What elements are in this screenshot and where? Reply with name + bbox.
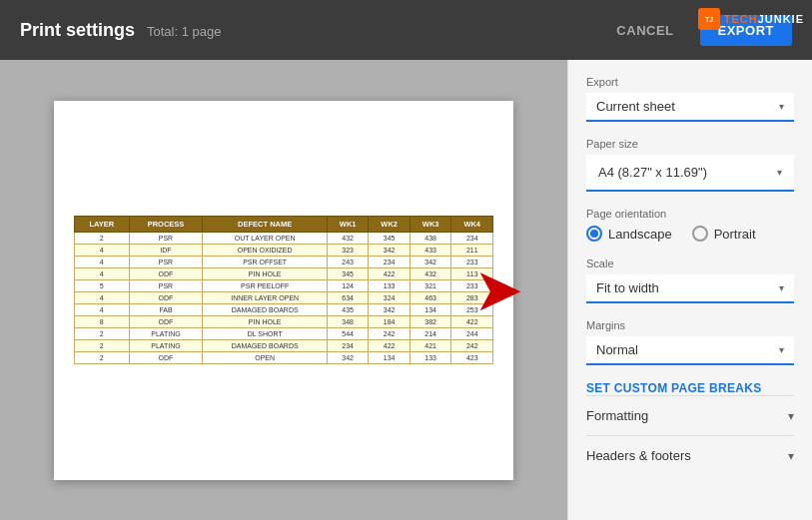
landscape-radio[interactable] <box>586 226 602 242</box>
table-cell: 634 <box>327 292 369 304</box>
table-cell: 321 <box>409 280 451 292</box>
table-row: 8ODFPIN HOLE348184382422 <box>75 316 493 328</box>
table-cell: PSR PEELOFF <box>203 280 327 292</box>
table-cell: 342 <box>369 304 410 316</box>
table-cell: 4 <box>75 268 130 280</box>
table-row: 4ODFPIN HOLE345422432113 <box>75 268 493 280</box>
paper-size-dropdown[interactable]: A4 (8.27" x 11.69") ▾ <box>586 155 794 192</box>
table-cell: PLATING <box>129 340 203 352</box>
settings-panel: Export Current sheet ▾ Paper size A4 (8.… <box>567 60 812 520</box>
table-header-cell: LAYER <box>75 217 130 233</box>
main-content: LAYERPROCESSDEFECT NAMEWK1WK2WK3WK4 2PSR… <box>0 60 812 520</box>
custom-page-breaks-link[interactable]: SET CUSTOM PAGE BREAKS <box>586 381 794 395</box>
cancel-button[interactable]: CANCEL <box>600 15 689 46</box>
portrait-radio[interactable] <box>692 226 708 242</box>
table-cell: PSR <box>129 257 203 268</box>
table-cell: 242 <box>451 340 493 352</box>
export-label: Export <box>586 76 794 88</box>
table-cell: PSR <box>129 233 203 245</box>
arrow-icon: ➤ <box>473 260 523 320</box>
table-cell: 324 <box>369 292 410 304</box>
table-cell: 348 <box>327 316 369 328</box>
page-title: Print settings <box>20 20 135 41</box>
logo-icon: TJ <box>698 8 720 30</box>
svg-text:TJ: TJ <box>705 16 713 23</box>
scale-chevron-icon: ▾ <box>779 282 784 293</box>
table-cell: 4 <box>75 245 130 257</box>
table-cell: 5 <box>75 280 130 292</box>
table-cell: 234 <box>369 257 410 268</box>
table-header-cell: DEFECT NAME <box>203 217 327 233</box>
table-cell: PLATING <box>129 328 203 340</box>
table-cell: 433 <box>409 245 451 257</box>
export-section: Export Current sheet ▾ <box>586 76 794 122</box>
margins-label: Margins <box>586 319 794 331</box>
table-cell: 438 <box>409 233 451 245</box>
table-cell: 243 <box>327 257 369 268</box>
top-bar: Print settings Total: 1 page CANCEL EXPO… <box>0 0 812 60</box>
table-row: 2PSROUT LAYER OPEN432345438234 <box>75 233 493 245</box>
table-cell: IDF <box>129 245 203 257</box>
scale-value: Fit to width <box>596 280 659 295</box>
export-dropdown[interactable]: Current sheet ▾ <box>586 93 794 122</box>
page-orientation-section: Page orientation Landscape Portrait <box>586 208 794 242</box>
table-row: 2PLATINGDL SHORT544242214244 <box>75 328 493 340</box>
table-cell: 345 <box>327 268 369 280</box>
table-cell: 4 <box>75 292 130 304</box>
paper-size-section: Paper size A4 (8.27" x 11.69") ▾ <box>586 138 794 192</box>
margins-dropdown[interactable]: Normal ▾ <box>586 336 794 365</box>
table-cell: 544 <box>327 328 369 340</box>
table-header-cell: WK1 <box>327 217 369 233</box>
table-cell: 463 <box>409 292 451 304</box>
page-preview: LAYERPROCESSDEFECT NAMEWK1WK2WK3WK4 2PSR… <box>54 101 513 480</box>
scale-dropdown[interactable]: Fit to width ▾ <box>586 274 794 303</box>
table-cell: 2 <box>75 340 130 352</box>
headers-footers-expand-icon: ▾ <box>788 449 794 463</box>
table-cell: INNER LAYER OPEN <box>203 292 327 304</box>
page-subtitle: Total: 1 page <box>147 24 221 39</box>
paper-size-value: A4 (8.27" x 11.69") <box>598 165 707 180</box>
table-cell: 435 <box>327 304 369 316</box>
table-header-cell: PROCESS <box>129 217 203 233</box>
table-cell: ODF <box>129 316 203 328</box>
table-cell: ODF <box>129 292 203 304</box>
logo-text: TECHJUNKIE <box>724 13 804 25</box>
table-row: 4FABDAMAGED BOARDS435342134253 <box>75 304 493 316</box>
table-cell: 423 <box>451 352 493 364</box>
portrait-label: Portrait <box>714 227 756 242</box>
table-cell: 133 <box>369 280 410 292</box>
table-row: 2PLATINGDAMAGED BOARDS234422421242 <box>75 340 493 352</box>
table-cell: 2 <box>75 328 130 340</box>
margins-value: Normal <box>596 342 638 357</box>
formatting-label: Formatting <box>586 408 648 423</box>
table-cell: 432 <box>409 268 451 280</box>
logo: TJ TECHJUNKIE <box>698 8 804 30</box>
headers-footers-label: Headers & footers <box>586 448 691 463</box>
table-cell: 242 <box>369 328 410 340</box>
formatting-expand-icon: ▾ <box>788 409 794 423</box>
orientation-label: Page orientation <box>586 208 794 220</box>
table-cell: ODF <box>129 352 203 364</box>
table-cell: 432 <box>327 233 369 245</box>
table-cell: 422 <box>369 340 410 352</box>
table-row: 4IDFOPEN OXIDIZED323342433211 <box>75 245 493 257</box>
table-cell: 382 <box>409 316 451 328</box>
table-cell: 234 <box>451 233 493 245</box>
paper-size-chevron-icon: ▾ <box>777 167 782 178</box>
table-cell: 342 <box>409 257 451 268</box>
table-cell: 234 <box>327 340 369 352</box>
margins-chevron-icon: ▾ <box>779 344 784 355</box>
table-cell: 2 <box>75 233 130 245</box>
table-cell: 342 <box>327 352 369 364</box>
table-row: 5PSRPSR PEELOFF124133321233 <box>75 280 493 292</box>
table-cell: OPEN <box>203 352 327 364</box>
table-cell: OUT LAYER OPEN <box>203 233 327 245</box>
headers-footers-section[interactable]: Headers & footers ▾ <box>586 435 794 475</box>
table-header-cell: WK3 <box>409 217 451 233</box>
portrait-option[interactable]: Portrait <box>692 226 756 242</box>
table-cell: PIN HOLE <box>203 268 327 280</box>
table-cell: 342 <box>369 245 410 257</box>
formatting-section[interactable]: Formatting ▾ <box>586 395 794 435</box>
table-cell: 133 <box>409 352 451 364</box>
landscape-option[interactable]: Landscape <box>586 226 672 242</box>
